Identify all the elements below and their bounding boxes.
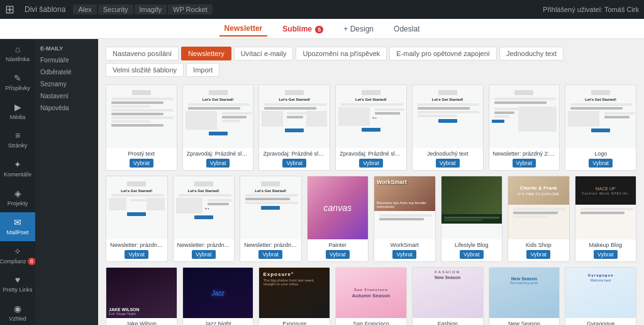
template-canvas[interactable]: canvas Painter Vybrat xyxy=(307,176,369,262)
template-preview: Let's Get Started! xyxy=(565,85,636,148)
template-select-btn[interactable]: Vybrat xyxy=(206,159,230,168)
left-nav-napoveda[interactable]: Nápověda xyxy=(35,102,98,114)
site-name[interactable]: Divi šablona xyxy=(25,5,65,14)
template-footer: Prostý text Vybrat xyxy=(106,148,177,170)
template-footer: Exposure xyxy=(259,318,330,325)
template-select-btn[interactable]: Vybrat xyxy=(282,159,306,168)
template-col121[interactable]: Let's Get Started! Zpravodaj: Prázdné sl… xyxy=(258,84,330,171)
template-preview xyxy=(489,85,560,148)
template-kidsshop[interactable]: Charlie & FrankIT'S TIME TO EXPLORE Kids… xyxy=(508,176,570,262)
template-makeup[interactable]: MACE UPFashion Week SPECIAL Makeup Blog … xyxy=(575,176,637,262)
template-select-btn[interactable]: Vybrat xyxy=(594,250,618,259)
preview-logo xyxy=(438,90,457,95)
template-name: Makeup Blog xyxy=(579,242,633,248)
admin-nav-newsletter[interactable]: Newsletter xyxy=(219,21,268,37)
admin-nav-odeslat[interactable]: Odeslat xyxy=(389,22,425,36)
template-preview: canvas xyxy=(308,176,369,239)
template-select-btn[interactable]: Vybrat xyxy=(513,159,536,168)
template-col12b[interactable]: Let's Get Started! ♥ ♦ xyxy=(173,176,235,262)
tab-imagify[interactable]: Imagify xyxy=(135,4,167,14)
sidebar-item-prettylinks[interactable]: ♥Pretty Links xyxy=(0,270,35,299)
sidebar-item-stranky[interactable]: ≡Stránky xyxy=(0,125,35,154)
sidebar-item-projekty[interactable]: ◈Projekty xyxy=(0,183,35,212)
left-nav-emails-section: E-maily Formuláře Odběratelé Seznamy Nas… xyxy=(35,39,98,118)
top-bar: ⊞ Divi šablona Alex Security Imagify WP … xyxy=(0,0,644,19)
template-preview: Jazz xyxy=(183,268,253,318)
template-footer: San Francisco xyxy=(336,318,406,325)
template-select-btn[interactable]: Vybrat xyxy=(526,250,550,259)
template-name: Newsletter: prázdný 1:2 sloupec xyxy=(177,242,231,248)
template-worksmart[interactable]: WorkSmart Business tips from top female … xyxy=(374,176,436,262)
template-prosty-text[interactable]: Prostý text Vybrat xyxy=(106,84,177,171)
template-name: Fashion xyxy=(416,321,479,325)
template-jazz-night[interactable]: Jazz Jazz Night xyxy=(182,267,254,325)
template-name: Gyragogue xyxy=(569,321,632,325)
sidebar-item-komentare[interactable]: ✦Komentáře xyxy=(0,154,35,183)
template-col12[interactable]: Let's Get Started! ♥ ♦ xyxy=(335,84,407,171)
template-footer: Logo Vybrat xyxy=(565,148,636,170)
template-grid-row1: Prostý text Vybrat Let's Get Started! xyxy=(106,84,636,171)
template-footer: Kids Shop Vybrat xyxy=(508,239,569,261)
template-jednoduchy[interactable]: Let's Get Started! Jednoduchý text Vybra… xyxy=(412,84,484,171)
left-nav-nastaveni[interactable]: Nastavení xyxy=(35,90,98,102)
template-select-btn[interactable]: Vybrat xyxy=(326,250,350,259)
left-nav-odebiratele[interactable]: Odběratelé xyxy=(35,66,98,78)
tab-alex[interactable]: Alex xyxy=(73,4,96,14)
template-select-btn[interactable]: Vybrat xyxy=(258,250,282,259)
sidebar-item-mailpoet[interactable]: ✉MailPoet xyxy=(0,212,35,241)
template-san-francisco[interactable]: San Francisco Autumn Season San Francisc… xyxy=(335,267,407,325)
tab-security[interactable]: Security xyxy=(98,4,133,14)
tab-wprocket[interactable]: WP Rocket xyxy=(168,4,213,14)
template-select-btn[interactable]: Vybrat xyxy=(460,250,484,259)
template-footer: New Season xyxy=(489,318,560,325)
sidebar-item-vzhled[interactable]: ◉Vzhled xyxy=(0,299,35,325)
template-col121b[interactable]: Let's Get Started! Newsletter: prázdný 1… xyxy=(106,176,168,262)
sub-tab-upozorneni[interactable]: Upozornění na příspěvek xyxy=(296,47,387,60)
sidebar-item-media[interactable]: ▶Média xyxy=(0,97,35,126)
template-select-btn[interactable]: Vybrat xyxy=(359,159,383,168)
mailpoet-icon: ✉ xyxy=(14,217,21,227)
admin-nav-sublime[interactable]: Sublime 5 xyxy=(277,22,328,36)
sub-tab-emaily[interactable]: E-maily pro opětovné zapojení xyxy=(389,47,497,60)
admin-nav-design[interactable]: + Design xyxy=(338,22,379,36)
template-col1[interactable]: Let's Get Started! Newsletter: prázdný 1… xyxy=(240,176,302,262)
edit-icon: ✎ xyxy=(14,73,21,83)
template-exposure[interactable]: Exposure° The big photos from last week,… xyxy=(258,267,330,325)
preview-logo xyxy=(132,90,151,95)
left-nav-seznamy[interactable]: Seznamy xyxy=(35,78,98,90)
template-select-btn[interactable]: Vybrat xyxy=(130,159,153,168)
template-col23[interactable]: Newsletter: prázdný 2:3 sloupec Vybrat xyxy=(489,84,560,171)
complianz-badge: 8 xyxy=(28,258,35,265)
sub-tab-uvitaci[interactable]: Uvítací e-maily xyxy=(234,47,294,60)
sub-tab-newslettery[interactable]: Newslettery xyxy=(181,47,231,60)
comments-icon: ✦ xyxy=(14,159,21,169)
left-nav-formulare[interactable]: Formuláře xyxy=(35,54,98,66)
sub-tab-import[interactable]: Import xyxy=(186,63,219,77)
template-preview: WorkSmart Business tips from top female … xyxy=(374,176,435,239)
sidebar-item-nastěnka[interactable]: ⌂Nástěnka xyxy=(0,39,35,68)
template-preview: JAKE WILSON Exit Stage Night xyxy=(106,268,177,318)
sub-tab-nastaveno[interactable]: Nastaveno posílání xyxy=(106,47,179,60)
template-fashion[interactable]: FASHION New Season Fashion xyxy=(412,267,484,325)
sidebar-item-complianz[interactable]: ✧Complianz8 xyxy=(0,241,35,270)
template-select-btn[interactable]: Vybrat xyxy=(436,159,460,168)
wp-logo-icon: ⊞ xyxy=(5,3,14,16)
template-select-btn[interactable]: Vybrat xyxy=(192,250,216,259)
template-logo[interactable]: Let's Get Started! xyxy=(565,84,636,171)
template-name: Exposure xyxy=(263,321,326,325)
template-gyragogue[interactable]: Gyragogue Welcome back Gyragogue xyxy=(565,267,636,325)
links-icon: ♥ xyxy=(15,275,20,285)
template-jake-wilson[interactable]: JAKE WILSON Exit Stage Night Jake Wilson xyxy=(106,267,177,325)
template-lifestyle[interactable]: Lifestyle Blog Vybrat xyxy=(441,176,503,262)
sub-tab-jednoduchy[interactable]: Jednoduchy text xyxy=(499,47,564,60)
template-name: Kids Shop xyxy=(512,242,565,248)
template-select-btn[interactable]: Vybrat xyxy=(392,250,416,259)
template-col13[interactable]: Let's Get Started! xyxy=(182,84,254,171)
template-select-btn[interactable]: Vybrat xyxy=(589,159,613,168)
sub-tab-slozite[interactable]: Velmi složité šablony xyxy=(106,63,184,77)
sidebar-item-prispevky[interactable]: ✎Příspěvky xyxy=(0,68,35,97)
template-select-btn[interactable]: Vybrat xyxy=(125,250,148,259)
template-footer: Jednoduchý text Vybrat xyxy=(413,148,483,170)
template-new-season[interactable]: New Season Bird watching guide New Seaso… xyxy=(489,267,560,325)
template-footer: Lifestyle Blog Vybrat xyxy=(441,239,502,261)
